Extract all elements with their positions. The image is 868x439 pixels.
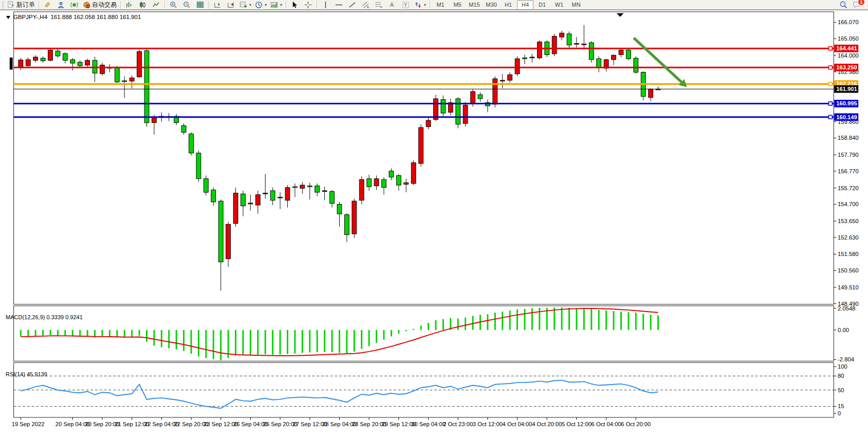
crosshair-icon [304,1,312,9]
autotrading-icon [83,1,90,9]
search-button[interactable] [837,0,849,10]
text-label-icon: T [402,1,410,9]
price-chart[interactable]: 166.070165.050164.000162.980159.860158.8… [0,10,868,439]
label-tool-button[interactable]: T [399,0,412,10]
candle-body-up [612,55,616,60]
svg-text:E: E [367,6,369,9]
signal-icon [70,1,78,9]
add-indicator-button[interactable]: ▾ [238,0,253,10]
new-order-button[interactable]: 新订单 [6,0,36,10]
toolbar-separator [286,1,286,9]
hline-handle[interactable] [829,115,833,119]
zoom-in-button[interactable] [167,0,180,10]
toolbar-grip[interactable] [2,2,4,8]
macd-panel[interactable] [14,306,834,361]
candlestick-button[interactable] [136,0,149,10]
candle-body-down [56,51,60,56]
add-indicator-icon [239,1,247,9]
timeframe-d1-button[interactable]: D1 [534,0,550,10]
candle-body-up [100,65,105,74]
hline-handle[interactable] [829,102,833,105]
trendline-tool-button[interactable] [346,0,359,10]
candle-body-down [396,175,401,185]
fibonacci-tool-button[interactable]: F [373,0,385,10]
chart-ohlc-values: 161.888 162.058 161.880 161.901 [50,14,141,20]
profile-button[interactable] [54,0,67,10]
timeframe-m15-button[interactable]: M15 [466,0,483,10]
channel-tool-button[interactable]: E [359,0,372,10]
timeframe-group: M1M5M15M30H1H4D1W1MN [432,0,584,10]
candle-body-down [441,100,446,113]
collapse-triangle-icon[interactable] [6,16,10,19]
autotrading-button[interactable]: 自动交易 [81,0,118,10]
timeframe-mn-button[interactable]: MN [568,0,584,10]
tile-windows-button[interactable] [194,0,207,10]
period-button[interactable]: ▾ [253,0,268,10]
candle-body-up [255,195,260,205]
candle-body-down [626,50,631,59]
candle-body-up [575,44,579,45]
horizontal-line-tool-button[interactable] [333,0,345,10]
price-tick-label: 153.650 [838,218,859,224]
timeframe-h4-button[interactable]: H4 [517,0,533,10]
crosshair-tool-button[interactable] [302,0,315,10]
price-tick-label: 154.700 [838,201,859,207]
chart-title[interactable]: GBPJPY-,H4 161.888 162.058 161.880 161.9… [6,14,141,20]
price-axis[interactable]: 166.070165.050164.000162.980159.860158.8… [834,19,858,306]
hline-handle[interactable] [829,66,833,69]
macd-current-values: 0.3339 0.9241 [46,314,82,320]
candle-body-up [552,36,557,54]
line-chart-button[interactable] [150,0,162,10]
template-button[interactable]: ▾ [269,0,284,10]
timeframe-m30-button[interactable]: M30 [483,0,500,10]
candle-body-up [26,60,30,66]
time-axis[interactable]: 19 Sep 202220 Sep 04:0020 Sep 20:0021 Se… [12,417,651,427]
cursor-tool-button[interactable] [288,0,301,10]
candle-body-down [367,179,372,187]
chevron-down-icon: ▾ [424,3,426,7]
text-tool-button[interactable]: A [386,0,399,10]
hline-handle[interactable] [829,82,833,86]
notifications-button[interactable]: 1 [850,0,863,10]
notification-badge: 1 [858,0,865,6]
price-tick-label: 155.720 [838,185,859,191]
timeframe-m5-button[interactable]: M5 [449,0,466,10]
timeframe-h1-button[interactable]: H1 [500,0,516,10]
zoom-out-button[interactable] [180,0,193,10]
signal-button[interactable] [68,0,81,10]
candle-body-down [389,171,394,177]
main-panel[interactable] [14,12,834,304]
svg-text:T: T [404,3,407,8]
auto-scroll-button[interactable] [225,0,237,10]
rsi-tick-label: 15 [838,403,844,409]
price-tick-label: 165.050 [838,35,859,42]
price-tick-label: 151.580 [838,251,859,257]
rsi-tick-label: 100 [838,363,847,370]
time-tick-label: 19 Sep 2022 [12,421,45,427]
candle-body-up [130,78,134,81]
candle-body-up [85,60,90,65]
price-badge-label: 160.995 [836,100,857,106]
candle-body-up [278,197,283,198]
candle-body-up [404,182,409,184]
candle-body-up [508,75,512,80]
chart-window: 166.070165.050164.000162.980159.860158.8… [0,10,868,439]
hline-handle[interactable] [829,47,833,50]
bar-chart-button[interactable] [123,0,136,10]
toolbar-separator [430,1,430,9]
candle-body-down [597,59,601,68]
timeframe-m1-button[interactable]: M1 [432,0,449,10]
time-tick-label: 2 Oct 23:00 [443,421,473,427]
new-order-label: 新订单 [16,1,35,9]
timeframe-w1-button[interactable]: W1 [551,0,567,10]
shift-chart-button[interactable] [211,0,224,10]
candle-body-down [567,34,571,45]
price-tick-label: 150.560 [838,267,859,273]
marker-tool-button[interactable] [41,0,54,10]
arrows-tool-button[interactable]: ▾ [413,0,428,10]
time-tick-label: 30 Sep 04:00 [411,421,446,427]
price-tick-label: 149.510 [838,284,859,290]
candle-body-down [478,95,483,99]
time-tick-label: 4 Oct 04:00 [503,421,532,427]
vertical-line-tool-button[interactable] [319,0,332,10]
